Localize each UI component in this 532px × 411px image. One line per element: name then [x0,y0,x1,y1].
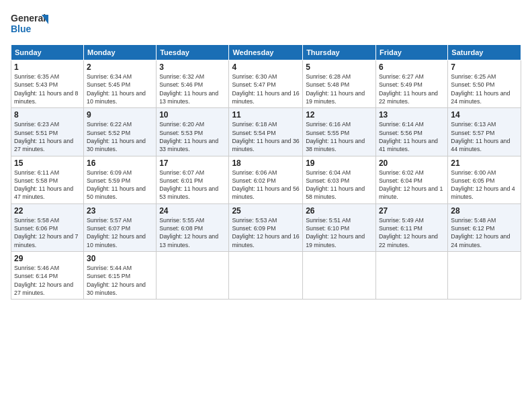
sunrise-label: Sunrise: 6:02 AM [379,169,424,176]
day-number: 3 [159,62,226,72]
sunset-label: Sunset: 5:49 PM [379,81,423,88]
sunset-label: Sunset: 5:55 PM [306,130,349,136]
calendar-cell [229,252,303,300]
day-number: 11 [232,110,300,120]
sunset-label: Sunset: 6:11 PM [379,225,423,232]
sunset-label: Sunset: 6:06 PM [14,225,58,232]
day-number: 24 [159,206,226,216]
day-number: 18 [232,158,300,168]
calendar-cell: 30 Sunrise: 5:44 AM Sunset: 6:15 PM Dayl… [83,252,156,300]
calendar-cell: 17 Sunrise: 6:07 AM Sunset: 6:01 PM Dayl… [157,156,229,203]
day-info: Sunrise: 6:25 AM Sunset: 5:50 PM Dayligh… [451,73,518,105]
daylight-label: Daylight: 11 hours and 53 minutes. [159,185,218,200]
calendar-cell: 20 Sunrise: 6:02 AM Sunset: 6:04 PM Dayl… [375,156,447,203]
day-info: Sunrise: 6:13 AM Sunset: 5:57 PM Dayligh… [451,120,518,153]
sunset-label: Sunset: 5:58 PM [14,177,58,184]
calendar-cell: 1 Sunrise: 6:35 AM Sunset: 5:43 PM Dayli… [11,60,84,108]
day-info: Sunrise: 6:18 AM Sunset: 5:54 PM Dayligh… [232,120,300,153]
day-info: Sunrise: 6:28 AM Sunset: 5:48 PM Dayligh… [306,73,373,105]
calendar-cell: 14 Sunrise: 6:13 AM Sunset: 5:57 PM Dayl… [448,108,521,156]
sunrise-label: Sunrise: 5:44 AM [87,265,132,271]
day-number: 14 [451,110,518,120]
calendar-header-row: SundayMondayTuesdayWednesdayThursdayFrid… [11,45,521,60]
daylight-label: Daylight: 11 hours and 50 minutes. [87,185,146,200]
calendar-cell: 24 Sunrise: 5:55 AM Sunset: 6:08 PM Dayl… [157,203,229,251]
sunset-label: Sunset: 5:48 PM [306,81,349,88]
daylight-label: Daylight: 11 hours and 58 minutes. [306,185,365,200]
day-number: 6 [379,62,445,72]
svg-text:Blue: Blue [11,24,32,34]
day-number: 7 [451,62,518,72]
calendar-cell: 3 Sunrise: 6:32 AM Sunset: 5:46 PM Dayli… [157,60,229,108]
sunrise-label: Sunrise: 6:14 AM [379,121,424,128]
sunrise-label: Sunrise: 6:22 AM [87,121,132,128]
sunset-label: Sunset: 6:04 PM [379,177,423,184]
sunset-label: Sunset: 5:57 PM [451,130,494,136]
day-info: Sunrise: 6:07 AM Sunset: 6:01 PM Dayligh… [159,169,226,201]
sunset-label: Sunset: 5:53 PM [159,130,203,136]
day-number: 26 [306,206,373,216]
calendar-cell: 19 Sunrise: 6:04 AM Sunset: 6:03 PM Dayl… [303,156,376,203]
sunset-label: Sunset: 5:59 PM [87,177,130,184]
day-info: Sunrise: 6:20 AM Sunset: 5:53 PM Dayligh… [159,120,226,153]
day-info: Sunrise: 5:55 AM Sunset: 6:08 PM Dayligh… [159,216,226,249]
calendar-header-wednesday: Wednesday [229,45,303,60]
day-number: 12 [306,110,373,120]
sunset-label: Sunset: 6:08 PM [159,225,203,232]
daylight-label: Daylight: 11 hours and 47 minutes. [14,185,73,200]
day-number: 19 [306,158,373,168]
calendar-cell: 15 Sunrise: 6:11 AM Sunset: 5:58 PM Dayl… [11,156,84,203]
logo-icon: General Blue [11,9,48,38]
daylight-label: Daylight: 12 hours and 22 minutes. [379,233,438,248]
day-info: Sunrise: 5:51 AM Sunset: 6:10 PM Dayligh… [306,216,373,249]
calendar-table: SundayMondayTuesdayWednesdayThursdayFrid… [11,44,521,300]
day-number: 30 [87,254,153,263]
day-number: 21 [451,158,518,168]
sunset-label: Sunset: 5:52 PM [87,130,130,136]
calendar-cell: 26 Sunrise: 5:51 AM Sunset: 6:10 PM Dayl… [303,203,376,251]
sunset-label: Sunset: 5:47 PM [232,81,275,88]
sunrise-label: Sunrise: 6:35 AM [14,73,59,80]
sunrise-label: Sunrise: 5:57 AM [87,217,132,224]
day-info: Sunrise: 6:22 AM Sunset: 5:52 PM Dayligh… [87,120,153,153]
sunrise-label: Sunrise: 5:51 AM [306,217,351,224]
sunset-label: Sunset: 6:02 PM [232,177,275,184]
day-info: Sunrise: 6:02 AM Sunset: 6:04 PM Dayligh… [379,169,445,201]
calendar-header-thursday: Thursday [303,45,376,60]
sunrise-label: Sunrise: 6:28 AM [306,73,351,80]
day-number: 28 [451,206,518,216]
sunset-label: Sunset: 5:46 PM [159,81,203,88]
calendar-cell: 16 Sunrise: 6:09 AM Sunset: 5:59 PM Dayl… [83,156,156,203]
sunrise-label: Sunrise: 5:48 AM [451,217,496,224]
day-info: Sunrise: 5:49 AM Sunset: 6:11 PM Dayligh… [379,216,445,249]
day-number: 16 [87,158,153,168]
sunrise-label: Sunrise: 6:23 AM [14,121,59,128]
calendar-cell [303,252,376,300]
sunrise-label: Sunrise: 6:07 AM [159,169,204,176]
calendar-cell: 11 Sunrise: 6:18 AM Sunset: 5:54 PM Dayl… [229,108,303,156]
sunrise-label: Sunrise: 6:32 AM [159,73,204,80]
daylight-label: Daylight: 11 hours and 19 minutes. [306,90,365,105]
daylight-label: Daylight: 11 hours and 27 minutes. [14,138,73,152]
daylight-label: Daylight: 11 hours and 36 minutes. [232,138,299,152]
day-number: 29 [14,254,81,263]
daylight-label: Daylight: 12 hours and 30 minutes. [87,281,146,296]
sunrise-label: Sunrise: 6:13 AM [451,121,496,128]
day-number: 1 [14,62,81,72]
calendar-cell: 5 Sunrise: 6:28 AM Sunset: 5:48 PM Dayli… [303,60,376,108]
sunrise-label: Sunrise: 6:06 AM [232,169,277,176]
sunrise-label: Sunrise: 6:27 AM [379,73,424,80]
day-info: Sunrise: 6:32 AM Sunset: 5:46 PM Dayligh… [159,73,226,105]
calendar-cell: 23 Sunrise: 5:57 AM Sunset: 6:07 PM Dayl… [83,203,156,251]
sunrise-label: Sunrise: 6:25 AM [451,73,496,80]
sunrise-label: Sunrise: 6:00 AM [451,169,496,176]
daylight-label: Daylight: 12 hours and 7 minutes. [14,233,78,248]
sunset-label: Sunset: 6:03 PM [306,177,349,184]
calendar-cell: 21 Sunrise: 6:00 AM Sunset: 6:05 PM Dayl… [448,156,521,203]
sunrise-label: Sunrise: 5:49 AM [379,217,424,224]
sunset-label: Sunset: 5:45 PM [87,81,130,88]
day-number: 27 [379,206,445,216]
day-number: 5 [306,62,373,72]
day-number: 23 [87,206,153,216]
daylight-label: Daylight: 11 hours and 44 minutes. [451,138,510,152]
